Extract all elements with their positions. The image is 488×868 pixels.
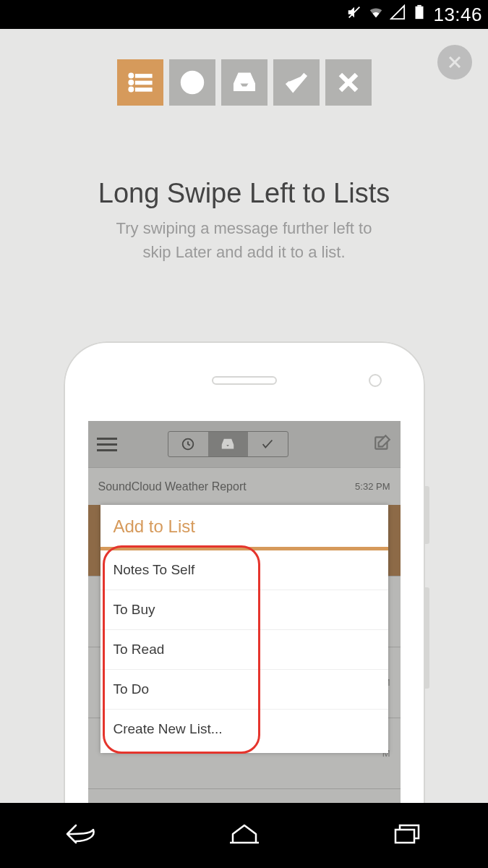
inbox-icon — [220, 436, 236, 452]
tab-delete[interactable] — [325, 59, 372, 106]
tab-later[interactable] — [169, 59, 215, 106]
check-icon — [283, 69, 310, 96]
cell-signal-icon — [390, 4, 406, 25]
battery-icon — [411, 4, 427, 25]
check-icon — [260, 436, 275, 452]
wifi-icon — [368, 4, 384, 25]
list-option-notes-to-self[interactable]: Notes To Self — [100, 550, 388, 590]
svg-rect-17 — [395, 830, 414, 843]
nav-back-button[interactable] — [64, 820, 99, 851]
android-status-bar: 13:46 — [0, 0, 488, 29]
mail-row-peek: flights this week! I cannot WAIT.... — [88, 788, 401, 803]
svg-point-6 — [129, 80, 133, 85]
svg-rect-1 — [416, 7, 424, 19]
status-time: 13:46 — [433, 4, 482, 26]
recents-icon — [390, 820, 424, 848]
inner-segmented-control — [168, 431, 288, 457]
mail-sender: SoundCloud Weather Report — [98, 480, 247, 493]
svg-rect-9 — [135, 81, 151, 84]
tutorial-headline: Long Swipe Left to Lists — [0, 178, 488, 209]
add-to-list-dialog: Add to List Notes To Self To Buy To Read… — [100, 505, 388, 753]
svg-point-7 — [129, 87, 133, 91]
dialog-title: Add to List — [100, 505, 388, 547]
list-option-to-do[interactable]: To Do — [100, 670, 388, 710]
nav-home-button[interactable] — [227, 820, 262, 851]
mute-icon — [346, 4, 362, 25]
phone-sensor — [369, 374, 382, 387]
x-icon — [335, 69, 362, 96]
svg-point-5 — [129, 73, 133, 77]
seg-inbox[interactable] — [208, 432, 248, 456]
compose-button[interactable] — [373, 433, 392, 455]
phone-side-button — [425, 486, 429, 544]
close-icon — [446, 54, 463, 71]
seg-archive[interactable] — [248, 432, 288, 456]
nav-recents-button[interactable] — [390, 820, 424, 851]
seg-later[interactable] — [168, 432, 208, 456]
clock-icon — [180, 436, 196, 452]
tutorial-panel: Long Swipe Left to Lists Try swiping a m… — [0, 29, 488, 803]
list-option-create-new[interactable]: Create New List... — [100, 710, 388, 749]
svg-rect-10 — [135, 88, 151, 91]
inbox-icon — [231, 69, 258, 96]
tutorial-tab-row — [0, 59, 488, 106]
list-option-to-buy[interactable]: To Buy — [100, 590, 388, 630]
phone-side-button-2 — [425, 587, 429, 689]
home-icon — [227, 820, 262, 848]
phone-screen: SoundCloud Weather Report 5:32 PM M M fl… — [88, 421, 401, 803]
list-icon — [127, 69, 154, 96]
compose-icon — [373, 433, 392, 452]
tab-inbox[interactable] — [221, 59, 267, 106]
close-button[interactable] — [437, 45, 472, 80]
tab-archive[interactable] — [273, 59, 320, 106]
hamburger-icon[interactable] — [97, 434, 117, 455]
list-option-to-read[interactable]: To Read — [100, 630, 388, 670]
back-icon — [64, 820, 99, 848]
phone-mockup: SoundCloud Weather Report 5:32 PM M M fl… — [64, 341, 425, 803]
android-nav-bar — [0, 803, 488, 868]
svg-rect-2 — [418, 5, 422, 7]
mail-row-visible: SoundCloud Weather Report 5:32 PM — [88, 467, 401, 505]
phone-speaker — [212, 376, 277, 385]
tab-lists[interactable] — [117, 59, 163, 106]
mail-time: 5:32 PM — [355, 481, 390, 492]
clock-icon — [179, 69, 206, 96]
svg-rect-8 — [135, 75, 151, 77]
inner-app-header — [88, 421, 401, 467]
tutorial-subtitle: Try swiping a message further left to sk… — [0, 216, 488, 264]
